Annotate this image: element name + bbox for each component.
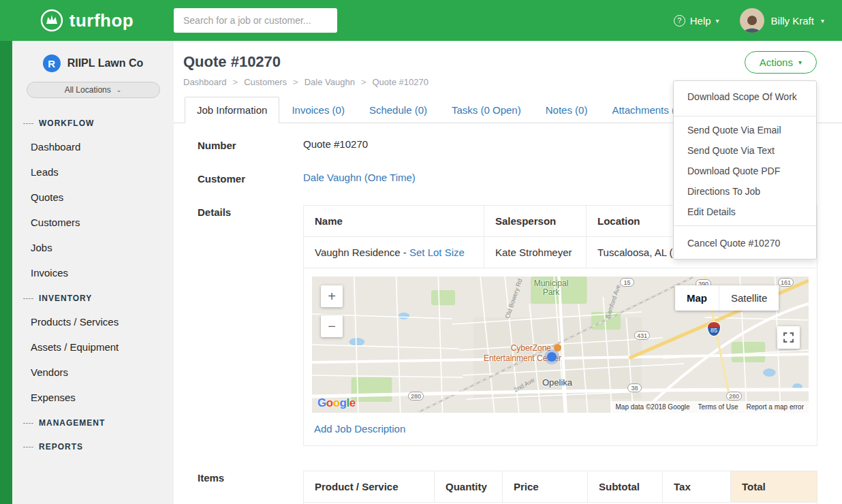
- route-shield-280: 280: [726, 392, 742, 400]
- sidebar-item-leads[interactable]: Leads: [12, 159, 174, 185]
- items-col-tax: Tax: [663, 471, 731, 503]
- park-label-line1: Municipal: [534, 279, 569, 288]
- google-letter: g: [340, 396, 347, 409]
- breadcrumb-customers[interactable]: Customers: [227, 77, 287, 87]
- menu-item-edit-details[interactable]: Edit Details: [674, 202, 816, 222]
- route-shield-431: 431: [634, 331, 650, 340]
- page-title: Quote #10270: [183, 53, 817, 71]
- satellite-view-button[interactable]: Satellite: [719, 285, 779, 311]
- sidebar-item-dashboard[interactable]: Dashboard: [12, 134, 174, 159]
- tab-job-information[interactable]: Job Information: [185, 97, 279, 123]
- menu-item-download-scope-of-work[interactable]: Download Scope Of Work: [674, 81, 816, 112]
- map-attribution: Map data ©2018 Google Terms of Use Repor…: [610, 401, 809, 413]
- items-col-price: Price: [503, 471, 588, 503]
- menu-item-download-quote-pdf[interactable]: Download Quote PDF: [674, 161, 816, 181]
- number-label: Number: [198, 138, 303, 151]
- sidebar-item-assets-equipment[interactable]: Assets / Equipment: [12, 334, 174, 360]
- customer-link[interactable]: Dale Vaughn: [303, 172, 362, 183]
- dash-icon: [23, 298, 33, 299]
- route-shield-38: 38: [627, 383, 642, 392]
- sidebar-item-products-services[interactable]: Products / Services: [12, 309, 174, 334]
- google-letter: o: [333, 396, 340, 409]
- breadcrumb-customer[interactable]: Dale Vaughn: [287, 77, 355, 87]
- map-view-button[interactable]: Map: [675, 285, 719, 311]
- map-data-text: Map data ©2018 Google: [615, 403, 689, 411]
- sidebar-item-quotes[interactable]: Quotes: [12, 185, 174, 210]
- items-table: Product / Service Quantity Price Subtota…: [303, 471, 817, 504]
- menu-item-send-quote-via-text[interactable]: Send Quote Via Text: [674, 140, 816, 161]
- sidebar-item-invoices[interactable]: Invoices: [12, 260, 174, 285]
- tab-tasks[interactable]: Tasks (0 Open): [439, 97, 533, 123]
- chevron-down-icon: ▾: [821, 17, 824, 25]
- chevron-down-icon: ⌄: [116, 86, 122, 93]
- map-type-control: Map Satellite: [675, 285, 779, 311]
- help-menu[interactable]: ? Help ▾: [674, 15, 719, 27]
- location-selector[interactable]: All Locations ⌄: [27, 82, 160, 98]
- sidebar-item-jobs[interactable]: Jobs: [12, 235, 174, 260]
- app-brand-name: turfhop: [69, 10, 134, 31]
- nav-section-label: REPORTS: [39, 442, 83, 452]
- park-label-line2: Park: [543, 287, 560, 297]
- map-zoom-in-button[interactable]: +: [321, 285, 343, 307]
- add-job-description-link[interactable]: Add Job Description: [312, 413, 809, 445]
- search-input[interactable]: [174, 8, 337, 33]
- google-logo[interactable]: Google: [317, 396, 356, 410]
- breadcrumb-dashboard[interactable]: Dashboard: [183, 77, 227, 87]
- map-marker-icon[interactable]: [547, 352, 557, 362]
- report-map-error-link[interactable]: Report a map error: [747, 403, 804, 411]
- user-name: Billy Kraft: [771, 15, 814, 27]
- app-logo[interactable]: turfhop: [0, 9, 174, 32]
- route-shield-161: 161: [778, 278, 794, 287]
- customer-type-link[interactable]: (One Time): [364, 172, 416, 183]
- chevron-down-icon: ▾: [716, 17, 719, 25]
- main-content: Quote #10270 DashboardCustomersDale Vaug…: [174, 41, 842, 504]
- nav-section-label: WORKFLOW: [39, 119, 94, 128]
- details-name-text: Vaughn Residence -: [315, 247, 407, 258]
- terms-of-use-link[interactable]: Terms of Use: [698, 403, 738, 411]
- actions-button[interactable]: Actions ▾: [745, 51, 817, 74]
- map[interactable]: Old Bowery Rd Samford Ave 2nd Ave + − Ma…: [312, 277, 809, 413]
- tab-invoices[interactable]: Invoices (0): [279, 97, 357, 123]
- nav-section-management[interactable]: MANAGEMENT: [12, 410, 174, 434]
- items-col-product-service: Product / Service: [304, 471, 435, 503]
- nav-section-workflow: WORKFLOW: [12, 110, 174, 134]
- sidebar-item-vendors[interactable]: Vendors: [12, 360, 174, 385]
- set-lot-size-link[interactable]: Set Lot Size: [409, 247, 465, 258]
- location-selector-label: All Locations: [65, 85, 111, 95]
- details-name-cell: Vaughn Residence - Set Lot Size: [304, 237, 484, 268]
- page-header: Quote #10270 DashboardCustomersDale Vaug…: [174, 41, 842, 87]
- nav-section-label: INVENTORY: [39, 294, 92, 303]
- menu-item-send-quote-via-email[interactable]: Send Quote Via Email: [674, 120, 816, 140]
- menu-item-cancel-quote[interactable]: Cancel Quote #10270: [674, 230, 816, 259]
- customer-value: Dale Vaughn (One Time): [303, 172, 416, 185]
- turfhop-logo-icon: [40, 9, 63, 32]
- sidebar-item-expenses[interactable]: Expenses: [12, 385, 174, 410]
- nav-section-inventory: INVENTORY: [12, 285, 174, 309]
- route-shield-15: 15: [620, 278, 634, 287]
- sidebar-item-customers[interactable]: Customers: [12, 210, 174, 235]
- user-menu[interactable]: Billy Kraft ▾: [740, 8, 824, 33]
- number-value: Quote #10270: [303, 138, 368, 151]
- nav-section-label: MANAGEMENT: [39, 418, 105, 428]
- tab-schedule[interactable]: Schedule (0): [357, 97, 439, 123]
- details-label: Details: [198, 205, 303, 446]
- avatar: [740, 8, 764, 33]
- map-label-opelika: Opelika: [542, 377, 572, 388]
- google-letter: G: [317, 396, 326, 409]
- company-name: RIIPL Lawn Co: [67, 57, 144, 69]
- details-col-salesperson: Salesperson: [484, 206, 587, 237]
- items-col-subtotal: Subtotal: [588, 471, 663, 503]
- fullscreen-button[interactable]: [777, 326, 800, 349]
- menu-item-directions-to-job[interactable]: Directions To Job: [674, 181, 816, 202]
- map-panel: Old Bowery Rd Samford Ave 2nd Ave + − Ma…: [303, 268, 817, 446]
- poi-icon: [554, 344, 561, 351]
- menu-divider: [674, 116, 816, 116]
- tab-notes[interactable]: Notes (0): [533, 97, 600, 123]
- nav-section-reports[interactable]: REPORTS: [12, 434, 174, 458]
- details-col-name: Name: [304, 206, 484, 237]
- actions-dropdown-menu: Download Scope Of Work Send Quote Via Em…: [673, 80, 817, 259]
- top-navbar: turfhop ? Help ▾ Billy Kraft ▾: [0, 0, 842, 41]
- map-zoom-out-button[interactable]: −: [321, 315, 343, 337]
- items-field: Items Product / Service Quantity Price S…: [198, 471, 817, 504]
- company-selector[interactable]: R RIIPL Lawn Co: [12, 41, 174, 80]
